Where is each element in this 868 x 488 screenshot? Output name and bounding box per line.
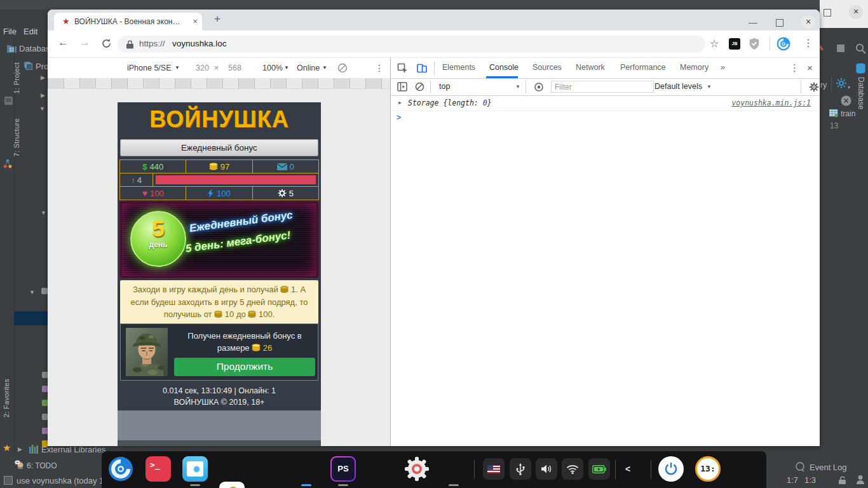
jb-extension-icon[interactable]: JB (729, 38, 740, 50)
tab-console[interactable]: Console (489, 63, 519, 72)
health-stat[interactable]: ♥ 100 (120, 187, 186, 200)
devtools-menu-icon[interactable]: ⋮ (790, 62, 799, 74)
photoshop-icon[interactable]: PS (330, 456, 356, 482)
terminal-icon[interactable]: >_ (146, 456, 171, 482)
device-height-field[interactable]: 568 (228, 64, 241, 72)
wifi-icon[interactable] (562, 458, 583, 480)
device-width-field[interactable]: 320 (196, 64, 209, 72)
clear-console-icon[interactable] (415, 82, 424, 92)
reload-button[interactable] (101, 38, 112, 49)
tree-item-external-libraries[interactable]: External Libraries (41, 445, 105, 454)
stop-icon[interactable] (837, 44, 844, 52)
tree-expand-arrow[interactable]: ▶ (41, 92, 45, 98)
device-toolbar-menu-icon[interactable]: ⋮ (375, 63, 384, 73)
more-tabs-icon[interactable]: » (721, 63, 725, 72)
tab-sources[interactable]: Sources (532, 63, 562, 72)
money-stat[interactable]: $ 440 (120, 160, 186, 173)
tab-elements[interactable]: Elements (442, 63, 475, 72)
search-icon[interactable] (855, 43, 866, 54)
log-expand-arrow[interactable]: ▶ (398, 100, 402, 105)
device-toggle-icon[interactable] (416, 62, 428, 74)
level-stat[interactable]: ↑ 4 (120, 173, 153, 186)
tree-collapse-arrow[interactable]: ▼ (39, 105, 45, 112)
throttling-select[interactable]: Online (297, 64, 320, 72)
log-levels-select[interactable]: Default levels (654, 82, 702, 91)
energy-stat[interactable]: 100 (186, 187, 252, 200)
battery-icon[interactable] (588, 458, 610, 480)
close-icon[interactable]: × (849, 5, 863, 19)
window-close-button[interactable]: × (801, 15, 815, 29)
tree-collapse-arrow[interactable]: ▼ (41, 210, 46, 216)
toolwindow-structure-button[interactable]: 7: Structure (13, 118, 20, 156)
console-sidebar-icon[interactable] (397, 82, 407, 92)
ide-menu-edit[interactable]: Edit (24, 27, 37, 36)
caret-position-secondary[interactable]: 1:3 (804, 475, 816, 485)
url-bar[interactable]: https:// voynushka.loc (118, 36, 705, 53)
window-maximize-button[interactable] (776, 19, 783, 27)
table-name[interactable]: train (841, 109, 855, 118)
close-circle-icon[interactable] (841, 95, 851, 106)
tree-selected-row[interactable] (14, 311, 48, 325)
device-select[interactable]: iPhone 5/SE (127, 64, 172, 72)
console-settings-gear-icon[interactable] (809, 82, 819, 92)
defense-stat[interactable]: 5 (252, 187, 318, 200)
toolwindow-project-button[interactable]: 1: Project (13, 62, 20, 93)
maximize-icon[interactable] (824, 9, 831, 17)
usb-icon[interactable] (510, 458, 531, 480)
event-log-label[interactable]: Event Log (810, 463, 847, 472)
zoom-select[interactable]: 100% (262, 64, 283, 72)
tab-network[interactable]: Network (576, 63, 605, 72)
console-log-row[interactable]: ▶ Storage {length: 0} voynushka.min.js:1 (391, 96, 820, 111)
app-store-icon[interactable] (219, 482, 245, 488)
tree-expand-arrow[interactable]: ▶ (18, 446, 22, 452)
tab-performance[interactable]: Performance (620, 63, 666, 72)
toolwindow-favorites-button[interactable]: 2: Favorites (3, 379, 10, 417)
chevron-down-icon: ▼ (707, 84, 712, 90)
mail-stat[interactable]: 0 (252, 160, 318, 173)
new-tab-button[interactable]: + (214, 13, 220, 25)
console-prompt-row[interactable]: > (391, 111, 820, 125)
devtools-close-icon[interactable]: × (807, 62, 813, 73)
chevron-down-icon: ▼ (284, 65, 289, 71)
keyboard-layout-flag-icon[interactable] (483, 458, 505, 480)
deepin-browser-logo-icon[interactable] (776, 37, 790, 51)
gear-icon[interactable] (836, 78, 846, 88)
bookmark-star-icon[interactable]: ☆ (710, 37, 719, 50)
day-badge: 5 день (130, 211, 186, 267)
file-manager-icon[interactable] (182, 456, 208, 482)
caret-position[interactable]: 1:7 (787, 475, 798, 485)
coins-stat[interactable]: 97 (186, 160, 252, 173)
footer-copyright: ВОЙНУШКА © 2019, 18+ (118, 396, 321, 408)
browser-menu-icon[interactable]: ⋮ (803, 37, 813, 49)
ide-tab-database[interactable]: Databas (19, 44, 50, 53)
lock-status-icon[interactable] (839, 476, 846, 485)
user-status-icon[interactable] (856, 475, 865, 485)
eye-icon[interactable] (533, 83, 545, 92)
ide-menu-file[interactable]: File (3, 27, 17, 36)
window-minimize-button[interactable]: — (749, 17, 757, 27)
daily-bonus-banner[interactable]: 5 день Ежедневный бонус 5 день: мега-бон… (120, 201, 318, 278)
tree-collapse-arrow[interactable]: ▼ (29, 289, 35, 295)
power-button[interactable] (658, 456, 684, 482)
toolwindow-todo-button[interactable]: 6: TODO (27, 461, 57, 470)
clock-widget[interactable]: 13: (695, 456, 721, 482)
inspect-element-icon[interactable] (397, 63, 408, 74)
forward-button[interactable]: → (79, 36, 90, 49)
back-button[interactable]: ← (58, 36, 69, 49)
chevron-down-icon: ▾ (848, 85, 850, 90)
continue-button[interactable]: Продолжить (174, 358, 315, 376)
toolwindow-database-button[interactable]: Database (857, 77, 865, 109)
browser-tab[interactable]: ★ ВОЙНУШКА - Военная эконом × (54, 13, 202, 30)
volume-icon[interactable] (536, 458, 557, 480)
settings-icon[interactable] (404, 456, 430, 482)
log-source-link[interactable]: voynushka.min.js:1 (731, 98, 811, 107)
tab-memory[interactable]: Memory (680, 63, 709, 72)
collapse-tray-icon[interactable]: < (625, 464, 630, 474)
shield-extension-icon[interactable] (749, 38, 759, 50)
rotate-disabled-icon[interactable] (337, 63, 348, 73)
tree-expand-arrow[interactable]: ▶ (41, 74, 45, 81)
context-select[interactable]: top (439, 82, 450, 91)
console-filter-input[interactable] (551, 81, 654, 93)
tab-close-icon[interactable]: × (193, 17, 198, 26)
launcher-icon[interactable] (108, 456, 133, 482)
